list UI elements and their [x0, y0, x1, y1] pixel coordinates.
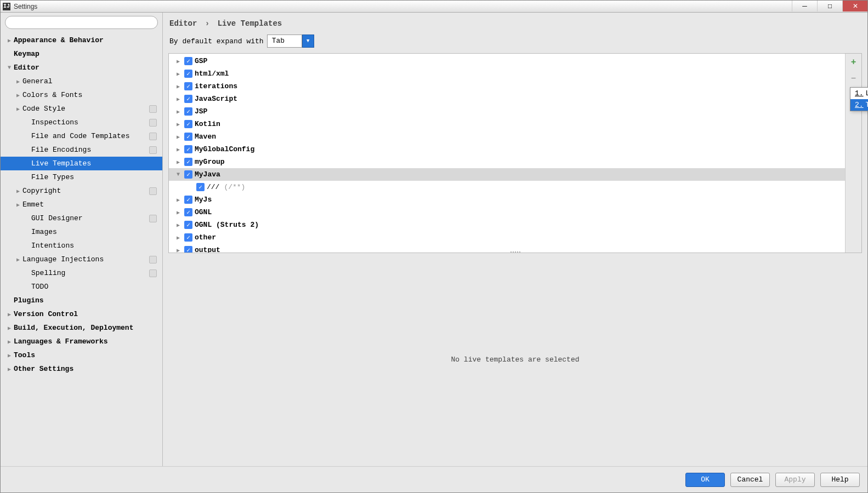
checkbox[interactable]: ✓ [184, 158, 192, 166]
sidebar-item-file-and-code-templates[interactable]: File and Code Templates [1, 129, 162, 143]
sidebar-item-emmet[interactable]: ▶Emmet [1, 198, 162, 211]
template-row-other[interactable]: ▶✓other [169, 231, 845, 244]
template-row-jsp[interactable]: ▶✓JSP [169, 105, 845, 118]
checkbox[interactable]: ✓ [184, 120, 192, 128]
ok-button[interactable]: OK [685, 473, 725, 487]
maximize-button[interactable]: □ [817, 1, 842, 12]
sidebar-item-copyright[interactable]: ▶Copyright [1, 184, 162, 198]
template-row-myjava[interactable]: ▼✓MyJava [169, 168, 845, 181]
sidebar-item-colors-fonts[interactable]: ▶Colors & Fonts [1, 88, 162, 102]
sidebar-item-intentions[interactable]: Intentions [1, 239, 162, 253]
add-popup-menu[interactable]: 1. Live Template 2. Template Group [850, 87, 868, 111]
sidebar-item-label: Tools [14, 351, 35, 359]
minimize-button[interactable]: ─ [792, 1, 817, 12]
checkbox[interactable]: ✓ [184, 145, 192, 153]
sidebar-item-label: File Types [31, 173, 74, 181]
template-row--[interactable]: ✓///(/**) [169, 181, 845, 193]
template-row-ognl-struts-2-[interactable]: ▶✓OGNL (Struts 2) [169, 219, 845, 231]
apply-button[interactable]: Apply [775, 473, 815, 487]
template-row-html-xml[interactable]: ▶✓html/xml [169, 67, 845, 80]
chevron-right-icon[interactable]: ▶ [174, 159, 182, 165]
chevron-right-icon[interactable]: ▶ [174, 247, 182, 253]
templates-list[interactable]: ▶✓GSP▶✓html/xml▶✓iterations▶✓JavaScript▶… [169, 54, 845, 253]
template-row-mygroup[interactable]: ▶✓myGroup [169, 156, 845, 168]
menu-item-live-template[interactable]: 1. Live Template [850, 88, 868, 99]
sidebar-item-editor[interactable]: ▼Editor [1, 61, 162, 74]
sidebar-item-images[interactable]: Images [1, 225, 162, 239]
sidebar-item-code-style[interactable]: ▶Code Style [1, 102, 162, 116]
cancel-button[interactable]: Cancel [730, 473, 770, 487]
template-row-javascript[interactable]: ▶✓JavaScript [169, 93, 845, 105]
settings-tree[interactable]: ▶Appearance & BehaviorKeymap▼Editor▶Gene… [1, 32, 162, 466]
sidebar-item-label: Emmet [22, 200, 44, 209]
template-name: MyJs [195, 196, 212, 204]
chevron-down-icon[interactable]: ▼ [174, 171, 182, 177]
scope-badge-icon [149, 119, 157, 127]
checkbox[interactable]: ✓ [184, 221, 192, 229]
template-row-myglobalconfig[interactable]: ▶✓MyGlobalConfig [169, 143, 845, 156]
checkbox[interactable]: ✓ [184, 233, 192, 242]
sidebar-item-version-control[interactable]: ▶Version Control [1, 307, 162, 321]
sidebar-item-inspections[interactable]: Inspections [1, 116, 162, 129]
splitter-grip[interactable] [504, 251, 526, 254]
sidebar-item-gui-designer[interactable]: GUI Designer [1, 211, 162, 225]
template-row-iterations[interactable]: ▶✓iterations [169, 80, 845, 93]
chevron-right-icon[interactable]: ▶ [174, 121, 182, 128]
help-button[interactable]: Help [820, 473, 860, 487]
expand-with-select[interactable]: Tab ▼ [267, 35, 314, 48]
chevron-right-icon[interactable]: ▶ [174, 96, 182, 102]
remove-button[interactable]: − [848, 73, 859, 84]
checkbox[interactable]: ✓ [184, 95, 192, 103]
checkbox[interactable]: ✓ [184, 57, 192, 65]
chevron-down-icon[interactable]: ▼ [302, 35, 314, 48]
sidebar-item-appearance-behavior[interactable]: ▶Appearance & Behavior [1, 33, 162, 47]
sidebar-item-spelling[interactable]: Spelling [1, 266, 162, 280]
checkbox[interactable]: ✓ [196, 183, 205, 191]
add-button[interactable]: + [848, 57, 859, 68]
menu-item-template-group[interactable]: 2. Template Group [850, 99, 868, 111]
chevron-right-icon: › [205, 19, 209, 28]
checkbox[interactable]: ✓ [184, 246, 192, 253]
sidebar-item-other-settings[interactable]: ▶Other Settings [1, 362, 162, 376]
checkbox[interactable]: ✓ [184, 107, 192, 116]
template-row-maven[interactable]: ▶✓Maven [169, 130, 845, 143]
sidebar-item-file-types[interactable]: File Types [1, 170, 162, 184]
chevron-right-icon[interactable]: ▶ [174, 71, 182, 77]
chevron-right-icon[interactable]: ▶ [174, 197, 182, 203]
sidebar-item-live-templates[interactable]: Live Templates [1, 157, 162, 170]
sidebar-item-keymap[interactable]: Keymap [1, 47, 162, 61]
template-row-gsp[interactable]: ▶✓GSP [169, 55, 845, 67]
checkbox[interactable]: ✓ [184, 82, 192, 90]
sidebar-item-plugins[interactable]: Plugins [1, 294, 162, 307]
sidebar-item-tools[interactable]: ▶Tools [1, 348, 162, 362]
template-row-ognl[interactable]: ▶✓OGNL [169, 206, 845, 219]
sidebar-item-languages-frameworks[interactable]: ▶Languages & Frameworks [1, 335, 162, 348]
sidebar-item-language-injections[interactable]: ▶Language Injections [1, 253, 162, 266]
chevron-right-icon[interactable]: ▶ [174, 222, 182, 228]
checkbox[interactable]: ✓ [184, 70, 192, 78]
search-input[interactable] [5, 16, 158, 29]
sidebar-item-label: Copyright [22, 187, 61, 195]
template-name: myGroup [195, 158, 225, 166]
checkbox[interactable]: ✓ [184, 208, 192, 216]
template-row-kotlin[interactable]: ▶✓Kotlin [169, 118, 845, 130]
chevron-right-icon[interactable]: ▶ [174, 146, 182, 153]
sidebar-item-todo[interactable]: TODO [1, 280, 162, 294]
chevron-right-icon[interactable]: ▶ [174, 134, 182, 140]
checkbox[interactable]: ✓ [184, 133, 192, 141]
sidebar-item-build-execution-deployment[interactable]: ▶Build, Execution, Deployment [1, 321, 162, 335]
sidebar-item-general[interactable]: ▶General [1, 74, 162, 88]
chevron-right-icon[interactable]: ▶ [174, 209, 182, 216]
chevron-right-icon[interactable]: ▶ [174, 83, 182, 90]
checkbox[interactable]: ✓ [184, 170, 192, 179]
window-controls: ─ □ ✕ [792, 1, 867, 12]
chevron-right-icon[interactable]: ▶ [174, 108, 182, 115]
chevron-right-icon[interactable]: ▶ [174, 234, 182, 241]
chevron-right-icon: ▶ [14, 202, 22, 208]
chevron-right-icon[interactable]: ▶ [174, 58, 182, 65]
checkbox[interactable]: ✓ [184, 196, 192, 204]
close-button[interactable]: ✕ [842, 1, 867, 12]
sidebar-item-file-encodings[interactable]: File Encodings [1, 143, 162, 157]
breadcrumb-leaf: Live Templates [218, 19, 282, 28]
template-row-myjs[interactable]: ▶✓MyJs [169, 193, 845, 206]
